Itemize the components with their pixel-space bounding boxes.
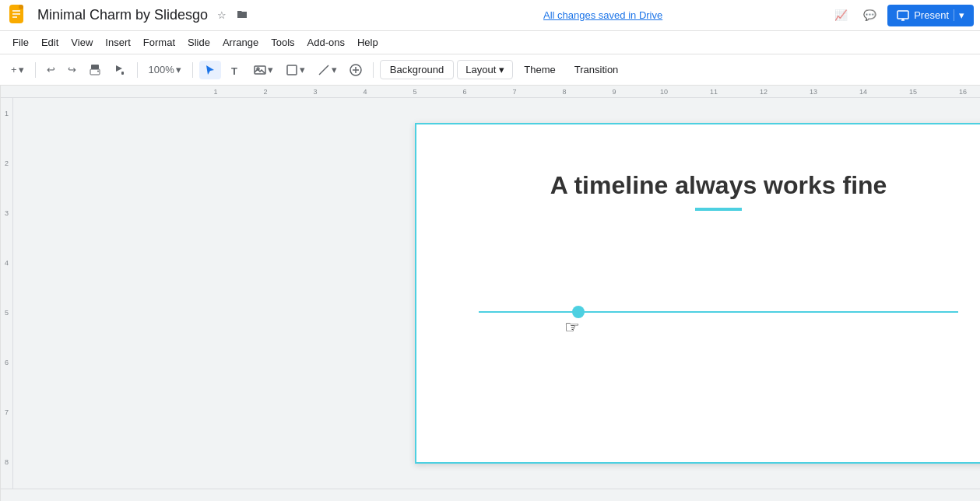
app-title: Minimal Charm by Slidesgo [37, 7, 208, 23]
menu-file[interactable]: File [6, 33, 35, 51]
separator-2 [137, 62, 138, 78]
undo-button[interactable]: ↩ [42, 61, 60, 79]
line-tool-button[interactable]: ▾ [313, 61, 342, 79]
comment-icon-button[interactable]: 💬 [859, 5, 881, 26]
present-arrow[interactable]: ▾ [954, 9, 964, 21]
chart-icon-button[interactable]: 📈 [830, 5, 852, 26]
transition-button[interactable]: Transition [567, 61, 627, 79]
ruler-horizontal: 1 2 3 4 5 6 7 8 9 10 11 [1, 86, 980, 98]
star-button[interactable]: ☆ [214, 6, 230, 24]
timeline-dot [572, 306, 585, 318]
svg-rect-5 [897, 11, 908, 19]
separator-1 [35, 62, 36, 78]
svg-point-9 [97, 70, 99, 72]
menu-slide[interactable]: Slide [181, 33, 216, 51]
menu-help[interactable]: Help [351, 33, 385, 51]
content-area: 1 2 3 4 5 6 7 8 9 10 11 [1, 86, 980, 501]
separator-4 [373, 62, 374, 78]
slide-main-title: A timeline always works fine [416, 124, 980, 200]
layout-button[interactable]: Layout ▾ [457, 60, 513, 79]
present-button[interactable]: Present ▾ [887, 5, 974, 26]
svg-text:T: T [231, 65, 237, 76]
ruler-vertical: 1 2 3 4 5 6 7 8 [1, 98, 13, 489]
menu-insert[interactable]: Insert [99, 33, 137, 51]
title-icons: ☆ [214, 5, 251, 26]
timeline-line [479, 311, 958, 313]
menu-bar: File Edit View Insert Format Slide Arran… [0, 31, 980, 54]
theme-button[interactable]: Theme [516, 61, 563, 79]
canvas-wrapper: 1 2 3 4 5 6 7 8 A timeline always works [1, 98, 980, 489]
ruler-h-marks: 1 2 3 4 5 6 7 8 9 10 11 [203, 88, 980, 96]
present-label: Present [914, 9, 949, 21]
actions-button[interactable] [345, 61, 367, 79]
menu-view[interactable]: View [65, 33, 99, 51]
layout-arrow: ▾ [499, 64, 504, 75]
menu-arrange[interactable]: Arrange [216, 33, 265, 51]
add-button[interactable]: + ▾ [6, 61, 29, 79]
svg-rect-8 [92, 71, 98, 74]
slide-timeline [479, 311, 958, 313]
zoom-label: 100% [149, 64, 174, 75]
print-button[interactable] [84, 61, 106, 79]
svg-rect-14 [287, 65, 297, 75]
slide-canvas: A timeline always works fine ☞ [415, 123, 980, 464]
save-status: All changes saved in Drive [543, 9, 662, 21]
menu-edit[interactable]: Edit [35, 33, 65, 51]
app-icon [6, 3, 31, 28]
menu-tools[interactable]: Tools [265, 33, 300, 51]
shape-tool-button[interactable]: ▾ [281, 61, 310, 79]
svg-rect-10 [121, 72, 124, 75]
redo-button[interactable]: ↪ [63, 61, 81, 79]
svg-line-15 [319, 65, 328, 75]
canvas-area[interactable]: A timeline always works fine ☞ [13, 98, 980, 489]
separator-3 [192, 62, 193, 78]
menu-addons[interactable]: Add-ons [301, 33, 351, 51]
slide-title-underline [695, 208, 742, 211]
svg-rect-6 [91, 65, 99, 69]
svg-rect-1 [19, 5, 23, 9]
folder-button[interactable] [233, 5, 251, 26]
toolbar: + ▾ ↩ ↪ 100% ▾ T ▾ ▾ ▾ Background Layout… [0, 54, 980, 86]
text-tool-button[interactable]: T [224, 61, 246, 79]
zoom-button[interactable]: 100% ▾ [144, 61, 186, 79]
background-button[interactable]: Background [380, 60, 454, 79]
select-tool-button[interactable] [199, 61, 221, 79]
cursor-pointer: ☞ [564, 317, 580, 338]
header-actions: 📈 💬 Present ▾ [830, 5, 974, 26]
main-area: 1 A timeline always works fine 2 4,498,3… [0, 86, 980, 501]
format-paint-button[interactable] [109, 61, 131, 79]
ruler-bottom: 14 [1, 489, 980, 501]
title-bar: Minimal Charm by Slidesgo ☆ All changes … [0, 0, 980, 31]
menu-format[interactable]: Format [137, 33, 181, 51]
image-tool-button[interactable]: ▾ [249, 61, 278, 79]
